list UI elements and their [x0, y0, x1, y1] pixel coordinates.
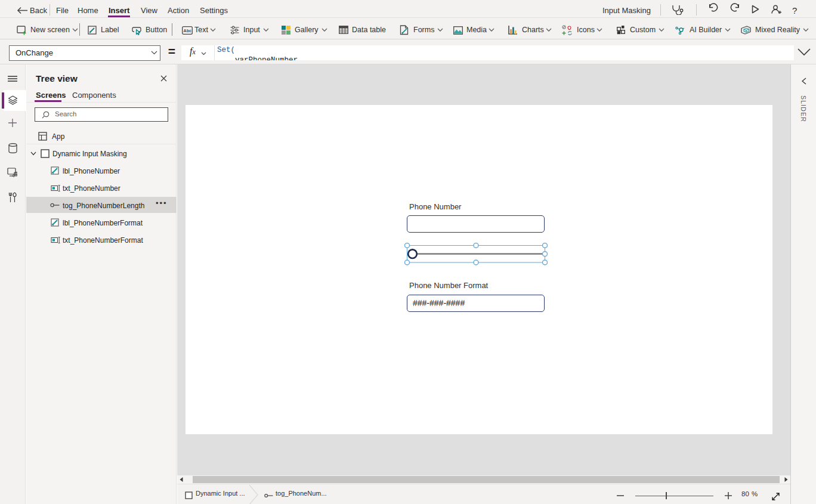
svg-text:Abc: Abc	[184, 29, 191, 33]
